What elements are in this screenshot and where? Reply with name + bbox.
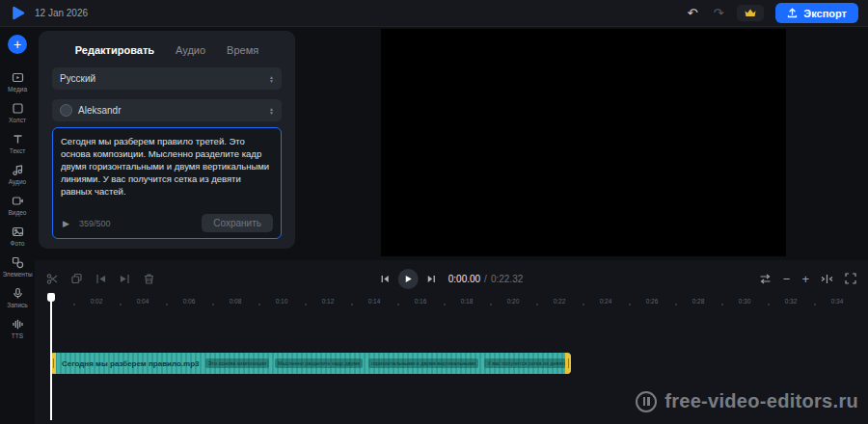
export-label: Экспорт [803, 8, 847, 19]
redo-icon: ↷ [713, 7, 723, 19]
undo-icon: ↶ [688, 7, 698, 19]
trim-right-button[interactable] [119, 273, 131, 285]
sidebar-item-elements[interactable]: Элементы [0, 255, 35, 278]
auto-fit-icon [759, 274, 772, 284]
trim-left-icon [95, 273, 107, 285]
clip-tools [46, 273, 155, 285]
app-logo-icon[interactable] [10, 6, 25, 21]
crown-icon [744, 8, 757, 18]
ruler-tick [166, 304, 168, 305]
ruler-tick [120, 304, 122, 305]
playhead[interactable] [46, 293, 55, 420]
ruler-tick [629, 304, 631, 305]
tab-time[interactable]: Время [225, 42, 260, 58]
sidebar-nav: МедиаХолстТекстАудиоВидеоФотоЭлементыЗап… [0, 62, 35, 339]
panel-tabs: Редактировать Аудио Время [39, 31, 295, 58]
script-textarea[interactable]: Сегодня мы разберем правило третей. Это … [61, 135, 273, 206]
fit-timeline-button[interactable] [821, 274, 833, 284]
save-button[interactable]: Сохранить [202, 214, 273, 232]
sidebar-item-media[interactable]: Медиа [0, 70, 35, 93]
sidebar-item-canvas[interactable]: Холст [0, 101, 35, 123]
sidebar-item-text[interactable]: Текст [0, 132, 35, 154]
sidebar-item-label: Запись [7, 302, 27, 308]
export-button[interactable]: Экспорт [775, 3, 858, 23]
voice-select[interactable]: Aleksandr ▲▼ [52, 99, 282, 121]
next-frame-icon [426, 274, 437, 284]
add-media-button[interactable]: + [8, 35, 27, 54]
upgrade-button[interactable] [737, 5, 764, 21]
zoom-tools: − + [759, 272, 856, 286]
app: 12 Jan 2026 ↶ ↷ Экспорт + МедиаХолстТекс… [0, 0, 868, 424]
prev-frame-button[interactable] [380, 274, 391, 284]
sidebar-item-record[interactable]: Запись [0, 286, 35, 308]
duplicate-button[interactable] [70, 273, 83, 285]
current-time: 0:00.00 [448, 274, 480, 284]
preview-play-button[interactable]: ▶ [61, 219, 71, 228]
sidebar-item-video[interactable]: Видео [0, 194, 35, 216]
ruler-label: 0:26 [646, 298, 659, 305]
redo-button[interactable]: ↷ [711, 5, 725, 21]
play-button[interactable] [398, 269, 419, 289]
media-icon [12, 70, 24, 84]
ruler-tick [583, 304, 584, 305]
clip-segment: Мысленно разделите кадр двумя [275, 358, 363, 368]
timeline-ruler[interactable]: 0:020:040:060:080:100:120:140:160:180:20… [35, 295, 868, 310]
zoom-out-button[interactable]: − [783, 272, 791, 286]
watermark-text: free-video-editors.ru [665, 390, 858, 412]
record-icon [12, 286, 24, 300]
elements-icon [12, 255, 24, 269]
ruler-tick [73, 304, 75, 305]
sidebar-item-label: Аудио [9, 178, 26, 185]
ruler-tick [675, 304, 677, 305]
video-preview [381, 29, 786, 256]
tab-edit[interactable]: Редактировать [73, 42, 156, 58]
export-icon [787, 8, 798, 18]
scissors-icon [46, 273, 59, 285]
split-button[interactable] [46, 273, 59, 285]
ruler-tick [536, 304, 538, 305]
photo-icon [12, 225, 24, 238]
delete-button[interactable] [143, 273, 155, 285]
zoom-in-button[interactable]: + [801, 272, 809, 286]
sidebar-item-label: Видео [9, 209, 27, 216]
watermark-logo-icon [636, 391, 657, 412]
sidebar-item-tts[interactable]: TTS [0, 317, 35, 339]
next-frame-button[interactable] [426, 274, 437, 284]
voice-value: Aleksandr [78, 105, 269, 116]
ruler-tick [768, 304, 770, 305]
editor-panel: Редактировать Аудио Время Русский ▲▼ Ale… [39, 31, 295, 249]
auto-fit-button[interactable] [759, 274, 772, 284]
tab-audio[interactable]: Аудио [174, 42, 207, 58]
ruler-label: 0:10 [276, 298, 288, 305]
trash-icon [143, 273, 155, 285]
clip-segment: У вас получится сетка из девяти [484, 358, 565, 368]
clip-name: Сегодня мы разберем правило.mp3 [56, 359, 205, 368]
ruler-label: 0:34 [831, 298, 844, 305]
sidebar-item-label: Медиа [8, 86, 27, 93]
sidebar-item-label: Текст [10, 147, 25, 154]
minus-icon: − [783, 272, 791, 286]
sidebar-item-label: Фото [11, 240, 25, 247]
undo-button[interactable]: ↶ [686, 5, 700, 21]
audio-clip[interactable]: Сегодня мы разберем правило.mp3 Это осно… [50, 353, 571, 374]
transport-controls: 0:00.00 / 0:22.32 [380, 269, 524, 289]
ruler-label: 0:28 [692, 298, 705, 305]
ruler-tick [814, 304, 816, 305]
fullscreen-button[interactable] [845, 273, 856, 284]
trim-left-button[interactable] [95, 273, 107, 285]
topbar: 12 Jan 2026 ↶ ↷ Экспорт [0, 0, 868, 27]
clip-handle-right[interactable] [565, 353, 571, 374]
language-select[interactable]: Русский ▲▼ [52, 67, 282, 90]
sidebar-item-photo[interactable]: Фото [0, 225, 35, 247]
copy-icon [70, 273, 83, 285]
ruler-label: 0:22 [554, 298, 566, 305]
ruler-label: 0:02 [91, 298, 103, 305]
time-display: 0:00.00 / 0:22.32 [448, 274, 524, 284]
char-counter: 359/500 [79, 219, 111, 228]
sidebar-item-audio[interactable]: Аудио [0, 163, 35, 185]
language-value: Русский [60, 73, 269, 84]
ruler-label: 0:08 [230, 298, 242, 305]
timeline-toolbar: 0:00.00 / 0:22.32 − + [35, 266, 868, 291]
ruler-label: 0:32 [785, 298, 798, 305]
trim-right-icon [119, 273, 131, 285]
